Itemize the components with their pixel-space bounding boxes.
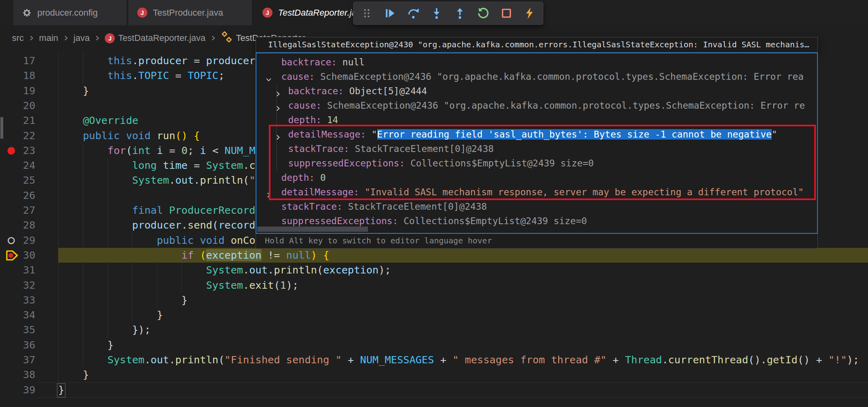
code-line-32[interactable]: 32 System.exit(1);	[0, 278, 868, 293]
code-text: for(int i = 0; i < NUM_M	[58, 143, 255, 158]
step-over-button[interactable]	[405, 5, 422, 22]
lightning-icon	[523, 6, 537, 20]
continue-button[interactable]	[382, 5, 398, 22]
chevron-right-icon[interactable]	[265, 188, 272, 199]
code-line-30[interactable]: 30 if (exception != null) {	[0, 248, 868, 263]
step-out-button[interactable]	[451, 5, 468, 22]
code-line-39[interactable]: 39}	[0, 383, 868, 397]
debug-hover-popup[interactable]: backtrace: nullcause: SchemaException@24…	[256, 53, 818, 234]
variable-text: cause: SchemaException@2436 "org.apache.…	[281, 69, 804, 84]
variable-row-detailmessage-9[interactable]: detailMessage: "Invalid SASL mechanism r…	[256, 185, 817, 199]
line-number: 33	[0, 293, 35, 308]
hot-code-replace-button[interactable]	[521, 5, 538, 22]
code-text: });	[58, 322, 150, 337]
code-text: this.TOPIC = TOPIC;	[58, 68, 225, 83]
cursor-line-border	[37, 397, 868, 398]
code-line-31[interactable]: 31 System.out.println(exception);	[0, 263, 868, 277]
step-over-icon	[407, 6, 420, 20]
variable-text: stackTrace: StackTraceElement[0]@2438	[288, 142, 494, 156]
continue-icon	[383, 6, 397, 20]
variable-row-detailmessage-5[interactable]: detailMessage: "Error reading field 'sas…	[256, 127, 817, 142]
variable-text: stackTrace: StackTraceElement[0]@2438	[281, 199, 487, 214]
line-number: 22	[0, 128, 35, 143]
code-text: this.producer = producer	[58, 53, 255, 68]
variable-text: depth: 14	[288, 113, 338, 127]
step-into-icon	[430, 6, 443, 20]
restart-button[interactable]	[475, 5, 492, 22]
restart-icon	[476, 6, 490, 20]
line-number: 38	[0, 367, 35, 382]
code-text: producer.send(record	[58, 218, 255, 233]
variable-text: suppressedExceptions: Collections$EmptyL…	[281, 214, 587, 228]
variable-row-stacktrace-10[interactable]: stackTrace: StackTraceElement[0]@2438	[256, 199, 817, 214]
line-number: 31	[0, 263, 35, 277]
variable-row-stacktrace-6[interactable]: stackTrace: StackTraceElement[0]@2438	[256, 142, 817, 156]
variable-row-suppressedexceptions-7[interactable]: suppressedExceptions: Collections$EmptyL…	[256, 156, 817, 170]
breadcrumb-label: main	[39, 33, 58, 43]
code-line-36[interactable]: 36 }	[0, 338, 868, 352]
stop-button[interactable]	[498, 5, 515, 22]
code-text: }	[58, 308, 163, 322]
popup-horizontal-scrollbar[interactable]	[257, 227, 368, 232]
variable-text: detailMessage: "Error reading field 'sas…	[288, 127, 777, 142]
variable-row-backtrace-0[interactable]: backtrace: null	[256, 55, 817, 69]
code-line-38[interactable]: 38 }	[0, 367, 868, 382]
stop-icon	[500, 6, 513, 20]
line-number: 21	[0, 113, 35, 128]
code-line-33[interactable]: 33 }	[0, 293, 868, 308]
breadcrumb-chevron-icon	[62, 34, 69, 42]
breadcrumb-item-main[interactable]: main	[39, 33, 58, 43]
line-number: 28	[0, 218, 35, 233]
breadcrumb-chevron-icon	[94, 34, 101, 42]
code-text: }	[58, 83, 89, 98]
drag-handle[interactable]	[358, 5, 375, 22]
chevron-right-icon[interactable]	[274, 130, 281, 142]
breadcrumb-item-src[interactable]: src	[12, 33, 24, 43]
breadcrumb-item-java[interactable]: java	[73, 33, 89, 43]
line-number: 27	[0, 203, 35, 218]
line-number: 36	[0, 338, 35, 352]
class-symbol-icon	[221, 31, 233, 43]
current-step-arrow-icon[interactable]	[4, 249, 20, 262]
line-number: 32	[0, 278, 35, 293]
line-number: 26	[0, 188, 35, 203]
code-text: public void onCo	[58, 233, 255, 248]
tab-testproducer-java[interactable]: JTestProducer.java	[128, 0, 253, 25]
code-text: }	[58, 367, 89, 382]
tab-producer-config[interactable]: producer.config	[13, 0, 128, 25]
breadcrumb-chevron-icon	[209, 34, 217, 42]
chevron-right-icon[interactable]	[274, 87, 281, 98]
breadcrumb-item-testdatareporter-java[interactable]: JTestDataReporter.java	[105, 32, 205, 43]
code-line-35[interactable]: 35 });	[0, 322, 868, 337]
variable-row-suppressedexceptions-11[interactable]: suppressedExceptions: Collections$EmptyL…	[256, 214, 817, 228]
variable-row-cause-1[interactable]: cause: SchemaException@2436 "org.apache.…	[256, 69, 817, 84]
code-line-37[interactable]: 37 System.out.println("Finished sending …	[0, 352, 868, 367]
code-text: if (exception != null) {	[58, 248, 329, 263]
variable-text: backtrace: Object[5]@2444	[288, 84, 427, 98]
step-into-button[interactable]	[428, 5, 445, 22]
variable-row-depth-4[interactable]: depth: 14	[256, 113, 817, 127]
java-file-icon: J	[137, 8, 147, 18]
pending-breakpoint-icon[interactable]	[4, 234, 20, 247]
code-text: long time = System.c	[58, 158, 255, 173]
variable-row-backtrace-2[interactable]: backtrace: Object[5]@2444	[256, 84, 817, 98]
code-text: System.out.println("	[58, 173, 255, 188]
debug-toolbar	[353, 2, 543, 25]
debug-hover-title: IllegalSaslStateException@2430 "org.apac…	[256, 37, 818, 53]
line-number: 20	[0, 98, 35, 113]
chevron-down-icon[interactable]	[265, 73, 272, 84]
breadcrumb-label: TestDataReporter.java	[118, 33, 205, 43]
bracket-match-box	[57, 383, 65, 397]
java-file-icon: J	[105, 33, 115, 43]
step-out-icon	[453, 6, 467, 20]
line-number: 35	[0, 322, 35, 337]
hover-hint: Hold Alt key to switch to editor languag…	[256, 234, 818, 249]
line-number: 34	[0, 308, 35, 322]
variable-row-depth-8[interactable]: depth: 0	[256, 170, 817, 185]
variable-row-cause-3[interactable]: cause: SchemaException@2436 "org.apache.…	[256, 98, 817, 113]
code-text: System.out.println(exception);	[58, 263, 391, 277]
breakpoint-icon[interactable]	[4, 144, 20, 158]
left-scrollbar-thumb[interactable]	[0, 117, 3, 139]
chevron-right-icon[interactable]	[274, 101, 281, 113]
code-line-34[interactable]: 34 }	[0, 308, 868, 322]
